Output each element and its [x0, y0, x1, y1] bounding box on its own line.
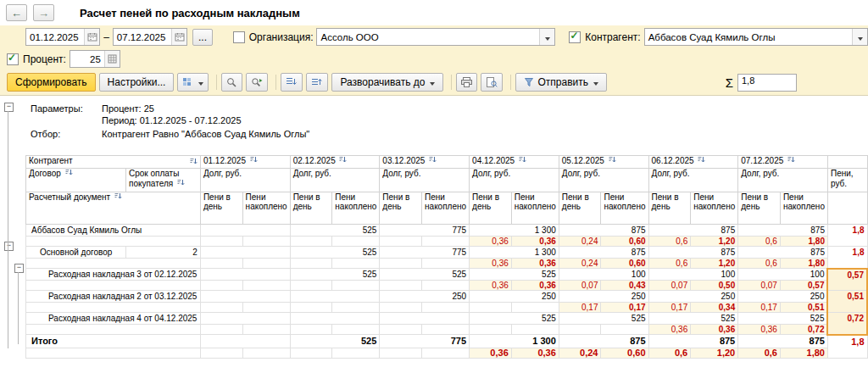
pen-acc-cell[interactable] [242, 303, 290, 313]
debt-cell[interactable]: 250 [738, 291, 828, 303]
header-pen-acc[interactable]: Пени накоплено [332, 192, 380, 225]
debt-cell[interactable]: 525 [738, 313, 828, 325]
pen-total-cell[interactable]: 0,57 [827, 269, 867, 291]
debt-cell[interactable]: 875 [559, 225, 648, 237]
empty-cell[interactable] [26, 325, 201, 335]
header-debt[interactable]: Долг, руб. [200, 169, 290, 192]
pen-day-cell[interactable]: 0,07 [559, 281, 601, 291]
debt-cell[interactable]: 875 [738, 335, 828, 348]
debt-cell[interactable]: 775 [380, 247, 470, 259]
pen-acc-cell[interactable]: 0,36 [511, 237, 559, 247]
pen-total-cell[interactable]: 1,8 [827, 225, 867, 247]
debt-cell[interactable] [290, 291, 380, 303]
debt-cell[interactable]: 525 [470, 269, 559, 281]
pen-acc-cell[interactable]: 1,20 [691, 237, 738, 247]
pen-acc-cell[interactable] [242, 259, 290, 269]
pen-day-cell[interactable]: 0,36 [470, 281, 512, 291]
header-pen-day[interactable]: Пени в день [470, 192, 512, 225]
header-pen-acc[interactable]: Пени накоплено [511, 192, 559, 225]
pen-acc-cell[interactable] [422, 348, 470, 359]
header-date-2[interactable]: 03.12.2025 [380, 156, 470, 169]
pen-day-cell[interactable] [380, 303, 422, 313]
pen-acc-cell[interactable]: 0,72 [780, 325, 827, 335]
chevron-down-icon[interactable] [852, 29, 867, 45]
calendar-icon[interactable] [84, 29, 99, 45]
group-collapse-toggle[interactable]: − [4, 103, 14, 112]
header-date-6[interactable]: 07.12.2025 [738, 156, 828, 169]
debt-cell[interactable]: 100 [559, 269, 648, 281]
pen-total-cell[interactable]: 0,51 [827, 291, 867, 313]
row-label-cell[interactable]: Расходная накладная 4 от 04.12.2025 [26, 313, 201, 325]
pen-acc-cell[interactable] [242, 281, 290, 291]
debt-cell[interactable]: 875 [738, 247, 828, 259]
debt-cell[interactable]: 525 [648, 313, 738, 325]
pen-day-cell[interactable]: 0,17 [648, 303, 691, 313]
pen-acc-cell[interactable] [332, 325, 380, 335]
pen-acc-cell[interactable]: 0,34 [691, 303, 738, 313]
debt-cell[interactable] [380, 313, 470, 325]
settings-button[interactable]: Настройки... [99, 73, 175, 92]
debt-cell[interactable] [200, 247, 290, 259]
pen-day-cell[interactable]: 0,24 [559, 259, 601, 269]
pen-acc-cell[interactable] [242, 348, 290, 359]
pen-day-cell[interactable] [290, 348, 332, 359]
row-label-cell[interactable]: Итого [26, 335, 201, 348]
pen-day-cell[interactable]: 0,36 [470, 237, 512, 247]
percent-value[interactable]: 25 [70, 54, 104, 64]
pen-acc-cell[interactable] [422, 237, 470, 247]
pen-day-cell[interactable] [470, 303, 512, 313]
picker-grid-icon[interactable] [104, 51, 120, 67]
pen-acc-cell[interactable]: 0,36 [511, 281, 559, 291]
empty-cell[interactable] [26, 303, 201, 313]
debt-cell[interactable] [200, 269, 290, 281]
pen-acc-cell[interactable] [242, 325, 290, 335]
header-contragent[interactable]: Контрагент [26, 156, 201, 169]
contragent-value[interactable]: Аббасов Суад Кямиль Оглы [645, 32, 852, 42]
row-label-cell[interactable]: Расходная накладная 2 от 03.12.2025 [26, 291, 201, 303]
pen-day-cell[interactable] [290, 303, 332, 313]
organization-value[interactable]: Ассоль ООО [317, 32, 539, 42]
organization-combo[interactable]: Ассоль ООО [316, 28, 555, 46]
pen-day-cell[interactable]: 0,17 [559, 303, 601, 313]
row-label-cell[interactable]: Основной договор [26, 247, 126, 259]
debt-cell[interactable]: 775 [380, 225, 470, 237]
calendar-icon[interactable] [171, 29, 186, 45]
pen-day-cell[interactable] [470, 325, 512, 335]
debt-cell[interactable] [200, 291, 290, 303]
pen-day-cell[interactable] [380, 281, 422, 291]
debt-cell[interactable]: 100 [648, 269, 738, 281]
pen-day-cell[interactable]: 0,36 [738, 325, 781, 335]
pen-day-cell[interactable]: 0,6 [648, 237, 691, 247]
pen-acc-cell[interactable]: 0,51 [780, 303, 827, 313]
pen-acc-cell[interactable]: 1,20 [691, 259, 738, 269]
pen-acc-cell[interactable] [422, 259, 470, 269]
pen-day-cell[interactable]: 0,6 [738, 259, 781, 269]
pen-acc-cell[interactable] [332, 237, 380, 247]
header-date-4[interactable]: 05.12.2025 [559, 156, 648, 169]
header-debt[interactable]: Долг, руб. [470, 169, 559, 192]
debt-cell[interactable]: 100 [738, 269, 828, 281]
empty-cell[interactable] [26, 259, 201, 269]
pen-day-cell[interactable]: 0,6 [738, 348, 781, 359]
header-pen-total[interactable]: Пени, руб. [827, 169, 867, 192]
header-date-3[interactable]: 04.12.2025 [470, 156, 559, 169]
contragent-checkbox[interactable] [569, 31, 581, 43]
forward-button[interactable]: → [33, 4, 54, 21]
pen-day-cell[interactable]: 0,24 [559, 348, 601, 359]
debt-cell[interactable]: 1 300 [470, 247, 559, 259]
pen-acc-cell[interactable] [332, 281, 380, 291]
header-document[interactable]: Расчетный документ [26, 192, 201, 225]
percent-checkbox[interactable] [7, 53, 19, 65]
pen-day-cell[interactable]: 0,36 [648, 325, 691, 335]
debt-cell[interactable]: 525 [559, 313, 648, 325]
debt-cell[interactable]: 875 [559, 247, 648, 259]
pen-acc-cell[interactable]: 0,57 [780, 281, 827, 291]
report-variants-button[interactable] [177, 73, 209, 92]
header-debt[interactable]: Долг, руб. [648, 169, 738, 192]
back-button[interactable]: ← [6, 4, 27, 21]
generate-button[interactable]: Сформировать [7, 73, 96, 92]
header-pen-day[interactable]: Пени в день [648, 192, 691, 225]
pen-acc-cell[interactable] [422, 281, 470, 291]
pen-day-cell[interactable] [380, 237, 422, 247]
pen-acc-cell[interactable]: 0,36 [511, 259, 559, 269]
